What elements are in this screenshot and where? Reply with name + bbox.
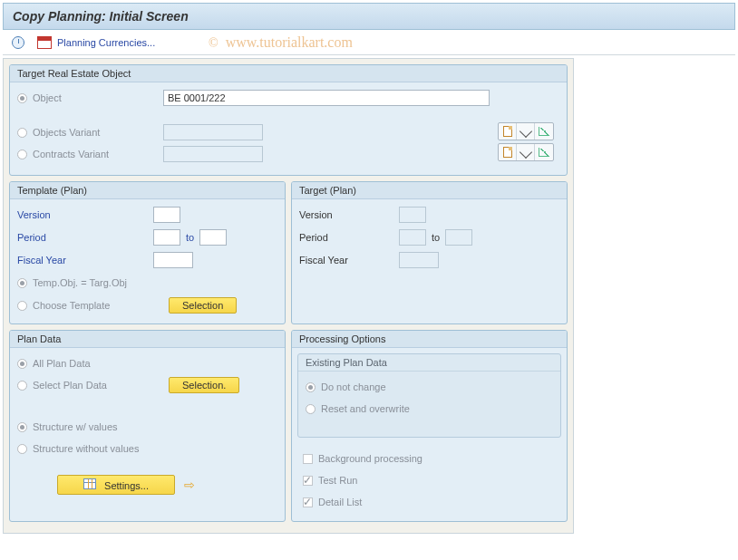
group-template-plan-title: Template (Plan): [10, 182, 285, 199]
label-template-fiscal-year[interactable]: Fiscal Year: [17, 255, 153, 266]
label-structure-with-values: Structure w/ values: [33, 421, 118, 432]
doc-icon[interactable]: [499, 144, 517, 160]
group-existing-plan-data-title: Existing Plan Data: [298, 354, 560, 372]
grid-icon: [83, 478, 96, 489]
label-select-plan-data: Select Plan Data: [33, 380, 169, 391]
graph-icon[interactable]: [535, 144, 553, 160]
graph-icon[interactable]: [535, 123, 553, 140]
radio-contracts-variant: [17, 150, 27, 159]
settings-button-label: Settings...: [104, 480, 149, 491]
radio-do-not-change: [306, 382, 316, 392]
main-body: Target Real Estate Object Object Objects…: [3, 58, 574, 534]
group-plan-data-title: Plan Data: [10, 331, 285, 348]
objects-variant-tools: [498, 122, 554, 140]
radio-object: [17, 93, 27, 103]
group-processing-options: Processing Options Existing Plan Data Do…: [291, 330, 568, 522]
label-template-period[interactable]: Period: [17, 232, 153, 243]
label-test-run: Test Run: [318, 475, 357, 486]
contracts-variant-field: [163, 146, 263, 162]
template-version-field[interactable]: [153, 207, 180, 223]
label-template-to: to: [186, 232, 194, 243]
group-processing-options-title: Processing Options: [292, 331, 567, 348]
planning-currencies-link[interactable]: Planning Currencies...: [57, 37, 155, 48]
calendar-icon[interactable]: [37, 36, 52, 49]
label-detail-list: Detail List: [318, 497, 362, 507]
radio-all-plan-data: [17, 359, 27, 369]
group-plan-data: Plan Data All Plan Data Select Plan Data…: [9, 330, 286, 522]
target-period-from-field: [399, 229, 426, 246]
label-template-version[interactable]: Version: [17, 209, 153, 220]
label-target-to: to: [432, 232, 440, 243]
label-object: Object: [33, 92, 163, 103]
toolbar: Planning Currencies...: [3, 33, 735, 55]
objects-variant-field: [163, 124, 263, 140]
doc-icon[interactable]: [499, 123, 517, 140]
template-fiscal-year-field[interactable]: [153, 252, 193, 268]
checkbox-background-processing: [303, 454, 313, 464]
radio-objects-variant: [17, 128, 27, 138]
group-target-object-title: Target Real Estate Object: [10, 65, 567, 82]
object-field[interactable]: [163, 90, 490, 106]
plan-data-selection-button[interactable]: Selection.: [169, 377, 239, 393]
title-bar: Copy Planning: Initial Screen: [3, 3, 735, 30]
contracts-variant-tools: [498, 143, 554, 161]
page-title: Copy Planning: Initial Screen: [13, 9, 189, 24]
label-choose-template: Choose Template: [33, 300, 169, 311]
group-existing-plan-data: Existing Plan Data Do not change Reset a…: [297, 353, 561, 438]
target-period-to-field: [445, 229, 472, 246]
radio-select-plan-data: [17, 381, 27, 391]
label-do-not-change: Do not change: [321, 381, 386, 392]
group-template-plan: Template (Plan) Version Period to Fiscal…: [9, 181, 286, 324]
checkbox-detail-list: [303, 497, 313, 507]
radio-choose-template: [17, 301, 27, 311]
radio-temp-eq-targ: [17, 278, 27, 288]
radio-reset-overwrite: [306, 404, 316, 414]
execute-icon[interactable]: [12, 36, 24, 49]
arrow-right-icon[interactable]: ⇨: [184, 478, 195, 492]
label-reset-overwrite: Reset and overwrite: [321, 403, 410, 414]
label-all-plan-data: All Plan Data: [33, 358, 91, 369]
template-selection-button[interactable]: Selection: [169, 297, 237, 314]
label-target-fiscal-year: Fiscal Year: [299, 255, 399, 266]
label-temp-eq-targ: Temp.Obj. = Targ.Obj: [33, 277, 127, 288]
target-version-field: [399, 207, 426, 223]
label-target-period: Period: [299, 232, 399, 243]
target-fiscal-year-field: [399, 252, 439, 268]
label-target-version: Version: [299, 209, 399, 220]
settings-button[interactable]: Settings...: [57, 475, 175, 495]
pencil-icon[interactable]: [517, 123, 535, 140]
radio-structure-with-values: [17, 422, 27, 432]
radio-structure-without-values: [17, 444, 27, 454]
template-period-from-field[interactable]: [153, 229, 180, 246]
pencil-icon[interactable]: [517, 144, 535, 160]
label-contracts-variant: Contracts Variant: [33, 149, 163, 159]
label-background-processing: Background processing: [318, 453, 422, 464]
checkbox-test-run: [303, 476, 313, 486]
group-target-object: Target Real Estate Object Object Objects…: [9, 64, 568, 176]
group-target-plan-title: Target (Plan): [292, 182, 567, 199]
label-objects-variant: Objects Variant: [33, 127, 163, 138]
group-target-plan: Target (Plan) Version Period to Fiscal Y…: [291, 181, 568, 324]
template-period-to-field[interactable]: [199, 229, 227, 246]
label-structure-without-values: Structure without values: [33, 443, 139, 454]
